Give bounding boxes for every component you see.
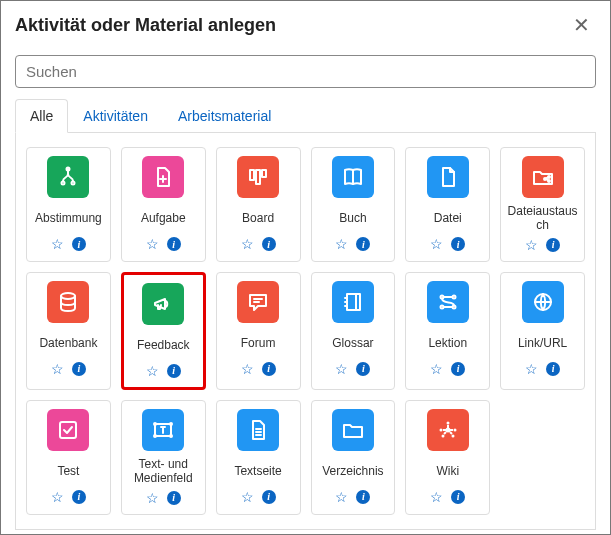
activity-label: Datenbank <box>39 329 97 357</box>
star-icon[interactable]: ☆ <box>146 363 159 379</box>
activity-label: Forum <box>241 329 276 357</box>
info-icon[interactable]: i <box>546 362 560 376</box>
network-icon <box>427 409 469 451</box>
info-icon[interactable]: i <box>546 238 560 252</box>
activity-card-link-url[interactable]: Link/URL☆i <box>500 272 585 390</box>
star-icon[interactable]: ☆ <box>430 361 443 377</box>
activity-card-feedback[interactable]: Feedback☆i <box>121 272 206 390</box>
textbox-icon <box>142 409 184 451</box>
dialog-header: Aktivität oder Material anlegen ✕ <box>1 1 610 49</box>
svg-point-18 <box>154 423 156 425</box>
info-icon[interactable]: i <box>356 362 370 376</box>
notebook-icon <box>332 281 374 323</box>
svg-point-26 <box>441 434 444 437</box>
activity-meta: ☆i <box>525 361 560 377</box>
star-icon[interactable]: ☆ <box>241 236 254 252</box>
check-icon <box>47 409 89 451</box>
star-icon[interactable]: ☆ <box>335 489 348 505</box>
info-icon[interactable]: i <box>356 237 370 251</box>
activity-card-glossar[interactable]: Glossar☆i <box>311 272 396 390</box>
svg-rect-4 <box>256 170 260 184</box>
star-icon[interactable]: ☆ <box>146 236 159 252</box>
activity-card-board[interactable]: Board☆i <box>216 147 301 262</box>
activity-card-test[interactable]: Test☆i <box>26 400 111 515</box>
file-plus-icon <box>142 156 184 198</box>
file-icon <box>427 156 469 198</box>
svg-point-21 <box>170 435 172 437</box>
book-icon <box>332 156 374 198</box>
activity-card-dateiaustausch[interactable]: Dateiaustausch☆i <box>500 147 585 262</box>
info-icon[interactable]: i <box>451 362 465 376</box>
activity-label: Test <box>57 457 79 485</box>
info-icon[interactable]: i <box>451 490 465 504</box>
info-icon[interactable]: i <box>167 364 181 378</box>
close-button[interactable]: ✕ <box>567 11 596 39</box>
info-icon[interactable]: i <box>72 490 86 504</box>
activity-meta: ☆i <box>51 489 86 505</box>
info-icon[interactable]: i <box>262 490 276 504</box>
info-icon[interactable]: i <box>262 237 276 251</box>
star-icon[interactable]: ☆ <box>51 236 64 252</box>
activity-card-datenbank[interactable]: Datenbank☆i <box>26 272 111 390</box>
info-icon[interactable]: i <box>167 237 181 251</box>
svg-point-20 <box>154 435 156 437</box>
branch-icon <box>47 156 89 198</box>
activity-meta: ☆i <box>335 236 370 252</box>
info-icon[interactable]: i <box>262 362 276 376</box>
star-icon[interactable]: ☆ <box>241 489 254 505</box>
dialog-title: Aktivität oder Material anlegen <box>15 15 276 36</box>
svg-point-23 <box>446 421 449 424</box>
svg-point-1 <box>62 182 65 185</box>
activity-label: Text- und Medienfeld <box>126 457 201 486</box>
star-icon[interactable]: ☆ <box>430 489 443 505</box>
search-input[interactable] <box>15 55 596 88</box>
activity-card-datei[interactable]: Datei☆i <box>405 147 490 262</box>
activity-meta: ☆i <box>335 361 370 377</box>
svg-point-22 <box>445 427 450 432</box>
tab-arbeitsmaterial[interactable]: Arbeitsmaterial <box>163 99 286 133</box>
info-icon[interactable]: i <box>167 491 181 505</box>
activity-meta: ☆i <box>241 489 276 505</box>
star-icon[interactable]: ☆ <box>430 236 443 252</box>
activity-label: Glossar <box>332 329 373 357</box>
activity-card-lektion[interactable]: Lektion☆i <box>405 272 490 390</box>
activity-label: Textseite <box>234 457 281 485</box>
star-icon[interactable]: ☆ <box>241 361 254 377</box>
activity-card-aufgabe[interactable]: Aufgabe☆i <box>121 147 206 262</box>
file-text-icon <box>237 409 279 451</box>
tab-aktivitäten[interactable]: Aktivitäten <box>68 99 163 133</box>
svg-point-2 <box>72 182 75 185</box>
star-icon[interactable]: ☆ <box>51 489 64 505</box>
star-icon[interactable]: ☆ <box>525 237 538 253</box>
activity-meta: ☆i <box>241 361 276 377</box>
info-icon[interactable]: i <box>72 237 86 251</box>
star-icon[interactable]: ☆ <box>335 361 348 377</box>
activity-card-textseite[interactable]: Textseite☆i <box>216 400 301 515</box>
svg-point-27 <box>451 434 454 437</box>
activity-card-text-und-medienfeld[interactable]: Text- und Medienfeld☆i <box>121 400 206 515</box>
activity-meta: ☆i <box>525 237 560 253</box>
star-icon[interactable]: ☆ <box>335 236 348 252</box>
activity-card-buch[interactable]: Buch☆i <box>311 147 396 262</box>
close-icon: ✕ <box>573 14 590 36</box>
activity-meta: ☆i <box>430 236 465 252</box>
activity-card-abstimmung[interactable]: Abstimmung☆i <box>26 147 111 262</box>
tab-alle[interactable]: Alle <box>15 99 68 133</box>
info-icon[interactable]: i <box>356 490 370 504</box>
info-icon[interactable]: i <box>451 237 465 251</box>
activity-meta: ☆i <box>51 361 86 377</box>
star-icon[interactable]: ☆ <box>146 490 159 506</box>
info-icon[interactable]: i <box>72 362 86 376</box>
columns-icon <box>237 156 279 198</box>
svg-point-24 <box>453 428 456 431</box>
activity-label: Buch <box>339 204 366 232</box>
chat-icon <box>237 281 279 323</box>
activity-card-forum[interactable]: Forum☆i <box>216 272 301 390</box>
svg-point-19 <box>170 423 172 425</box>
activity-card-wiki[interactable]: Wiki☆i <box>405 400 490 515</box>
activity-chooser-dialog: Aktivität oder Material anlegen ✕ AlleAk… <box>0 0 611 535</box>
activity-meta: ☆i <box>241 236 276 252</box>
activity-card-verzeichnis[interactable]: Verzeichnis☆i <box>311 400 396 515</box>
star-icon[interactable]: ☆ <box>525 361 538 377</box>
star-icon[interactable]: ☆ <box>51 361 64 377</box>
